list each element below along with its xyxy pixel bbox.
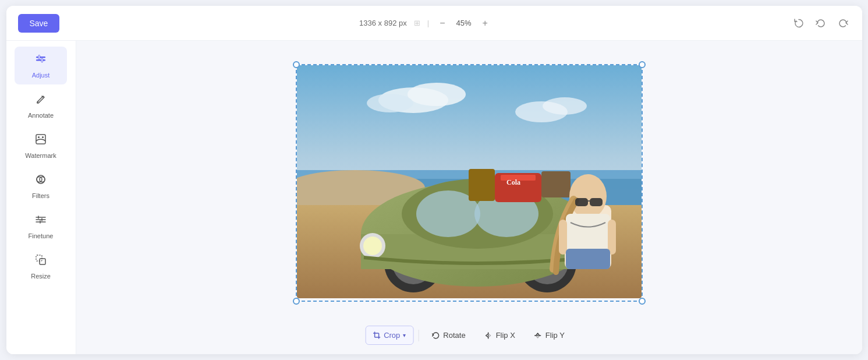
undo-button[interactable] [813,16,828,31]
sidebar-item-filters[interactable]: Filters [15,167,67,205]
svg-rect-50 [575,198,588,206]
sidebar: Adjust Annotate [6,41,76,354]
crop-button[interactable]: Crop ▾ [365,326,413,345]
canvas-area: Cola [76,41,862,354]
image-canvas: Cola [297,65,642,298]
zoom-out-button[interactable]: − [436,17,448,30]
sidebar-item-annotate[interactable]: Annotate [15,87,67,125]
flip-y-icon [534,331,542,340]
rotate-icon [431,331,440,340]
zoom-control: − 45% + [436,17,491,30]
redo-icon [838,18,848,29]
rotate-button[interactable]: Rotate [423,326,473,344]
svg-rect-1 [36,59,45,61]
sidebar-item-watermark[interactable]: Watermark [15,127,67,165]
svg-rect-46 [469,169,495,201]
svg-rect-53 [566,214,610,255]
header-center: 1336 x 892 px ⊞ | − 45% + [359,17,491,30]
zoom-value: 45% [454,19,474,27]
sidebar-item-watermark-label: Watermark [25,152,56,159]
crop-dropdown-arrow: ▾ [403,332,406,338]
image-wrapper: Cola [297,65,642,301]
separator-1: ⊞ [414,19,420,27]
svg-rect-56 [566,249,610,269]
flip-y-button[interactable]: Flip Y [526,326,573,344]
filters-icon [34,173,47,189]
watermark-icon [34,133,47,149]
svg-rect-55 [608,220,616,255]
svg-rect-54 [559,220,567,255]
sidebar-item-adjust[interactable]: Adjust [15,47,67,84]
main-content: Adjust Annotate [6,41,862,354]
sidebar-item-finetune-label: Finetune [29,232,54,239]
flip-x-icon [484,331,493,340]
zoom-in-button[interactable]: + [479,17,491,30]
sidebar-item-finetune[interactable]: Finetune [15,207,67,245]
crop-icon [373,331,381,340]
undo-history-button[interactable] [791,16,806,31]
adjust-icon [34,52,47,68]
sidebar-item-filters-label: Filters [32,192,49,199]
svg-rect-47 [541,171,571,197]
header-right [791,16,851,31]
svg-rect-51 [590,198,603,206]
svg-point-5 [38,136,40,138]
bottom-toolbar: Crop ▾ Rotate [365,326,573,345]
svg-point-7 [37,175,45,183]
app-container: Save 1336 x 892 px ⊞ | − 45% + [6,6,862,354]
svg-point-22 [367,94,413,112]
sidebar-item-resize[interactable]: Resize [15,248,67,285]
sidebar-item-adjust-label: Adjust [32,72,50,79]
flip-x-button[interactable]: Flip X [476,326,523,344]
redo-button[interactable] [835,16,851,31]
svg-text:Cola: Cola [506,178,520,186]
sidebar-item-resize-label: Resize [31,273,51,280]
svg-rect-2 [38,55,40,59]
header-left: Save [18,14,60,33]
svg-point-42 [363,237,382,255]
save-button[interactable]: Save [18,14,60,33]
header: Save 1336 x 892 px ⊞ | − 45% + [6,6,862,41]
sidebar-item-annotate-label: Annotate [28,112,54,119]
crop-handle-bl[interactable] [293,298,300,305]
svg-point-6 [42,136,44,138]
image-dimensions: 1336 x 892 px [359,19,407,27]
crop-handle-br[interactable] [639,298,646,305]
resize-icon [34,253,47,269]
svg-point-24 [543,97,587,115]
svg-rect-3 [41,58,43,62]
svg-rect-16 [36,255,42,261]
finetune-icon [34,213,47,229]
separator-2: | [427,19,429,27]
undo-icon [816,18,826,29]
svg-rect-0 [36,57,45,58]
svg-point-21 [408,83,466,106]
annotate-icon [34,93,47,108]
history-icon [793,18,804,29]
toolbar-divider [418,330,419,341]
svg-rect-17 [40,259,45,264]
